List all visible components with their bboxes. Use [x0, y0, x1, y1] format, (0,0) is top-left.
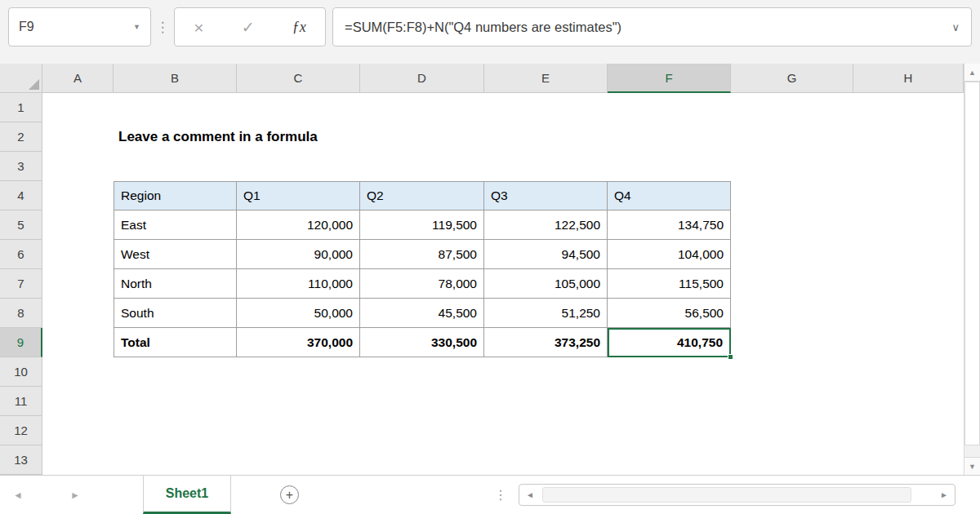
column-header-e[interactable]: E: [484, 64, 608, 93]
row-header-5[interactable]: 5: [0, 210, 42, 240]
sheet-nav-right-icon[interactable]: ►: [70, 490, 80, 501]
cell-B2[interactable]: Leave a comment in a formula: [114, 122, 237, 152]
cell-F9[interactable]: 410,750: [608, 328, 731, 357]
cell-F11[interactable]: [608, 387, 731, 416]
cell-B9[interactable]: Total: [114, 328, 237, 357]
cell-E3[interactable]: [484, 152, 608, 181]
name-box-dropdown-icon[interactable]: ▼: [133, 23, 140, 31]
enter-icon[interactable]: ✓: [242, 20, 255, 35]
row-header-2[interactable]: 2: [0, 122, 42, 152]
cell-H2[interactable]: [853, 122, 964, 152]
scroll-up-icon[interactable]: ▲: [964, 64, 980, 82]
column-header-a[interactable]: A: [42, 64, 114, 93]
cell-B4[interactable]: Region: [114, 181, 237, 210]
cell-G2[interactable]: [731, 122, 853, 152]
cell-B8[interactable]: South: [114, 299, 237, 328]
cell-E5[interactable]: 122,500: [484, 210, 608, 240]
cell-D1[interactable]: [360, 93, 484, 122]
cell-C1[interactable]: [237, 93, 360, 122]
cell-B13[interactable]: [114, 445, 237, 475]
cell-E2[interactable]: [484, 122, 608, 152]
cell-F7[interactable]: 115,500: [608, 269, 731, 299]
cell-A1[interactable]: [42, 93, 114, 122]
cell-E11[interactable]: [484, 387, 608, 416]
cell-A3[interactable]: [42, 152, 114, 181]
cell-F2[interactable]: [608, 122, 731, 152]
cell-E1[interactable]: [484, 93, 608, 122]
cell-G9[interactable]: [731, 328, 853, 357]
cell-C12[interactable]: [237, 416, 360, 445]
cell-E7[interactable]: 105,000: [484, 269, 608, 299]
horizontal-scroll-thumb[interactable]: [542, 487, 911, 503]
cell-B10[interactable]: [114, 357, 237, 387]
cell-A9[interactable]: [42, 328, 114, 357]
cell-A7[interactable]: [42, 269, 114, 299]
cell-G10[interactable]: [731, 357, 853, 387]
column-header-c[interactable]: C: [237, 64, 360, 93]
fill-handle[interactable]: [728, 354, 733, 360]
vertical-scroll-thumb[interactable]: [964, 82, 980, 445]
column-header-f[interactable]: F: [608, 64, 731, 93]
cell-G8[interactable]: [731, 299, 853, 328]
cell-G13[interactable]: [731, 445, 853, 475]
cell-A6[interactable]: [42, 240, 114, 269]
cell-H5[interactable]: [853, 210, 964, 240]
cell-G11[interactable]: [731, 387, 853, 416]
cell-F10[interactable]: [608, 357, 731, 387]
cell-H6[interactable]: [853, 240, 964, 269]
cell-E4[interactable]: Q3: [484, 181, 608, 210]
cell-G7[interactable]: [731, 269, 853, 299]
cell-C4[interactable]: Q1: [237, 181, 360, 210]
cell-D10[interactable]: [360, 357, 484, 387]
row-header-10[interactable]: 10: [0, 357, 42, 387]
cell-G12[interactable]: [731, 416, 853, 445]
cell-A2[interactable]: [42, 122, 114, 152]
cell-C7[interactable]: 110,000: [237, 269, 360, 299]
cell-A11[interactable]: [42, 387, 114, 416]
row-header-7[interactable]: 7: [0, 269, 42, 299]
cell-D11[interactable]: [360, 387, 484, 416]
row-header-12[interactable]: 12: [0, 416, 42, 445]
sheet-tab-sheet1[interactable]: Sheet1: [143, 476, 231, 514]
cell-F8[interactable]: 56,500: [608, 299, 731, 328]
row-header-11[interactable]: 11: [0, 387, 42, 416]
cell-C5[interactable]: 120,000: [237, 210, 360, 240]
cell-C8[interactable]: 50,000: [237, 299, 360, 328]
cell-G3[interactable]: [731, 152, 853, 181]
row-header-4[interactable]: 4: [0, 181, 42, 210]
cell-D7[interactable]: 78,000: [360, 269, 484, 299]
cell-E9[interactable]: 373,250: [484, 328, 608, 357]
cell-A8[interactable]: [42, 299, 114, 328]
cell-D12[interactable]: [360, 416, 484, 445]
cell-C2[interactable]: [237, 122, 360, 152]
name-box[interactable]: F9 ▼: [8, 7, 151, 47]
cell-F1[interactable]: [608, 93, 731, 122]
horizontal-scroll-track[interactable]: [541, 485, 933, 505]
cell-D13[interactable]: [360, 445, 484, 475]
column-header-b[interactable]: B: [114, 64, 237, 93]
cell-C13[interactable]: [237, 445, 360, 475]
cell-F12[interactable]: [608, 416, 731, 445]
sheet-nav-left-icon[interactable]: ◄: [13, 490, 23, 501]
cell-H12[interactable]: [853, 416, 964, 445]
cell-H9[interactable]: [853, 328, 964, 357]
column-header-g[interactable]: G: [731, 64, 853, 93]
column-header-d[interactable]: D: [360, 64, 484, 93]
cancel-icon[interactable]: ×: [194, 19, 203, 36]
cell-H1[interactable]: [853, 93, 964, 122]
row-header-8[interactable]: 8: [0, 299, 42, 328]
cell-B3[interactable]: [114, 152, 237, 181]
cell-C10[interactable]: [237, 357, 360, 387]
formula-bar-expand-icon[interactable]: ∨: [951, 21, 960, 33]
cell-G5[interactable]: [731, 210, 853, 240]
cell-E8[interactable]: 51,250: [484, 299, 608, 328]
cell-H8[interactable]: [853, 299, 964, 328]
cell-H11[interactable]: [853, 387, 964, 416]
cell-A4[interactable]: [42, 181, 114, 210]
cell-F13[interactable]: [608, 445, 731, 475]
cell-A5[interactable]: [42, 210, 114, 240]
cell-E12[interactable]: [484, 416, 608, 445]
cell-A12[interactable]: [42, 416, 114, 445]
cell-A10[interactable]: [42, 357, 114, 387]
cell-C6[interactable]: 90,000: [237, 240, 360, 269]
